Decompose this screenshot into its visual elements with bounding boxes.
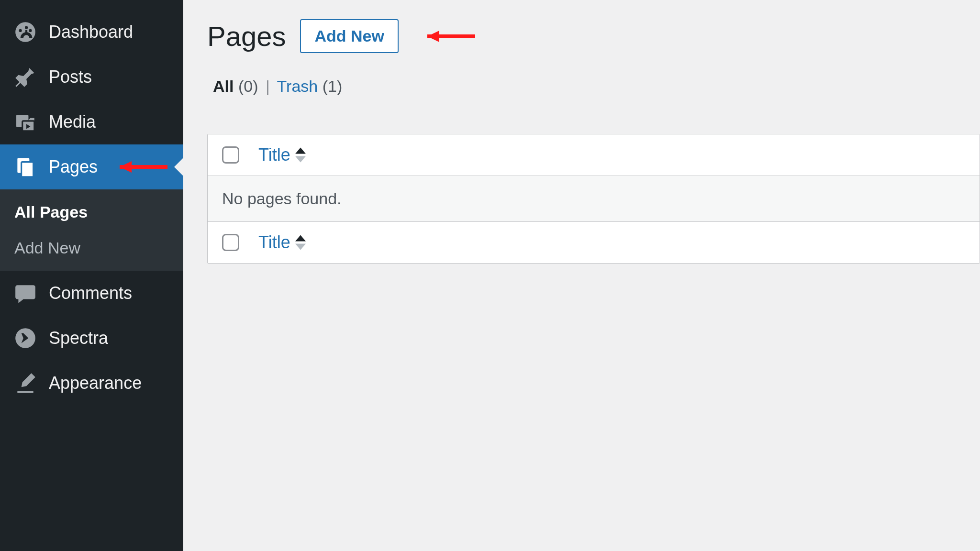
- column-footer-title[interactable]: Title: [258, 232, 306, 253]
- media-icon: [13, 110, 37, 134]
- select-all-checkbox-bottom[interactable]: [222, 234, 239, 251]
- svg-marker-9: [295, 147, 306, 154]
- svg-marker-10: [295, 156, 306, 162]
- page-title: Pages: [207, 20, 286, 52]
- filter-all[interactable]: All (0): [213, 77, 263, 95]
- filter-trash[interactable]: Trash (1): [277, 77, 343, 95]
- main-content: Pages Add New All (0) | Trash (1) Title: [183, 0, 980, 551]
- appearance-icon: [13, 371, 37, 395]
- sidebar-item-label: Dashboard: [49, 22, 133, 42]
- submenu-item-all-pages[interactable]: All Pages: [0, 194, 183, 230]
- spectra-icon: [13, 326, 37, 350]
- svg-marker-11: [295, 235, 306, 241]
- sidebar-item-label: Pages: [49, 157, 98, 177]
- pages-table: Title No pages found. Title: [207, 134, 980, 264]
- svg-marker-5: [120, 161, 132, 173]
- sidebar-item-dashboard[interactable]: Dashboard: [0, 10, 183, 55]
- sidebar-item-pages[interactable]: Pages: [0, 144, 183, 189]
- table-header-row: Title: [208, 134, 980, 176]
- sidebar-item-spectra[interactable]: Spectra: [0, 316, 183, 361]
- sidebar-item-label: Appearance: [49, 373, 142, 393]
- filter-trash-count: (1): [323, 77, 343, 95]
- table-empty-message: No pages found.: [208, 176, 980, 221]
- column-header-title[interactable]: Title: [258, 145, 306, 165]
- sidebar-item-posts[interactable]: Posts: [0, 55, 183, 99]
- svg-marker-8: [427, 31, 439, 42]
- svg-marker-12: [295, 243, 306, 250]
- sidebar-item-comments[interactable]: Comments: [0, 271, 183, 316]
- filter-all-label: All: [213, 77, 234, 95]
- admin-sidebar: Dashboard Posts Media Pages All Pages Ad…: [0, 0, 183, 551]
- select-all-checkbox[interactable]: [222, 146, 239, 164]
- sidebar-item-label: Media: [49, 112, 96, 132]
- page-header: Pages Add New: [207, 19, 980, 53]
- sidebar-item-appearance[interactable]: Appearance: [0, 361, 183, 406]
- sidebar-item-label: Comments: [49, 283, 132, 303]
- add-new-button[interactable]: Add New: [300, 19, 398, 53]
- sort-icon: [295, 147, 306, 163]
- annotation-arrow-icon: [105, 157, 172, 176]
- filter-trash-label: Trash: [277, 77, 318, 95]
- sort-icon: [295, 235, 306, 250]
- filter-separator: |: [266, 77, 270, 95]
- sidebar-item-media[interactable]: Media: [0, 99, 183, 144]
- pages-icon: [13, 155, 37, 179]
- dashboard-icon: [13, 20, 37, 44]
- svg-rect-3: [22, 162, 33, 177]
- column-footer-title-label: Title: [258, 232, 290, 253]
- filter-all-count: (0): [238, 77, 258, 95]
- column-header-title-label: Title: [258, 145, 290, 165]
- sidebar-submenu-pages: All Pages Add New: [0, 189, 183, 271]
- pin-icon: [13, 65, 37, 89]
- submenu-item-add-new[interactable]: Add New: [0, 230, 183, 266]
- sidebar-item-label: Spectra: [49, 328, 108, 348]
- filter-links: All (0) | Trash (1): [207, 77, 980, 96]
- comments-icon: [13, 281, 37, 305]
- table-footer-row: Title: [208, 221, 980, 263]
- sidebar-item-label: Posts: [49, 67, 92, 87]
- annotation-arrow-icon: [413, 27, 480, 46]
